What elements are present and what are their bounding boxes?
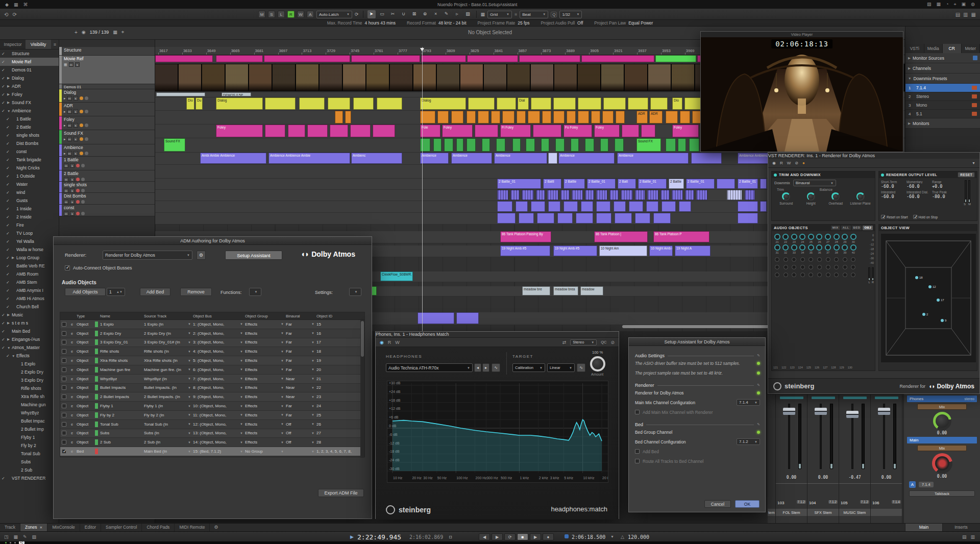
panel-icon[interactable]: ◳ [4, 534, 9, 539]
source-track-select[interactable]: Tonal Sub (In▼ [144, 422, 193, 427]
visibility-item[interactable]: 3 Explo Dry [0, 376, 59, 384]
object-dot[interactable] [826, 265, 830, 269]
audio-clip[interactable] [264, 55, 350, 62]
object-dot[interactable] [843, 265, 847, 269]
object-dot[interactable] [928, 285, 932, 288]
disclosure-icon[interactable]: ▶ [7, 76, 12, 80]
power-icon[interactable]: ◉ [772, 161, 776, 165]
object-bus-select[interactable]: 5: (Object, Mono,▼ [193, 358, 245, 363]
audio-clip[interactable] [685, 190, 694, 200]
visibility-item[interactable]: ✓▶s t e m s [0, 319, 59, 327]
audio-clip[interactable]: DEMOS 0.5P [222, 92, 251, 96]
audio-clip[interactable] [727, 190, 742, 200]
solo-button[interactable]: s [74, 151, 78, 156]
visibility-item[interactable]: 2 Explo Dry [0, 368, 59, 376]
object-group-select[interactable]: Effects▼ [245, 422, 286, 427]
audio-clip[interactable]: Ambienc [351, 153, 402, 164]
mixer-icon[interactable]: ▨ [32, 534, 37, 539]
audio-clip[interactable]: Sound FX [636, 138, 661, 152]
audio-clip[interactable]: Ambience [451, 153, 492, 164]
audio-clip[interactable] [512, 138, 521, 152]
disclosure-icon[interactable]: ▶ [7, 101, 12, 105]
visibility-item[interactable]: ✓Battle Verb RE [0, 262, 59, 270]
visibility-item[interactable]: WhyzByz [0, 409, 59, 417]
folder-icon[interactable]: ▸ [64, 123, 66, 128]
audio-clip[interactable]: Dial [518, 97, 529, 110]
audio-clip[interactable]: 2 Battle_01 [686, 179, 715, 189]
playhead[interactable] [422, 47, 423, 331]
clock-dropdown-icon[interactable]: ▼ [610, 535, 614, 538]
audio-clip[interactable] [433, 138, 442, 152]
monitor-icon[interactable] [85, 96, 88, 100]
bottom-tab-sampler-control[interactable]: Sampler Control [101, 524, 142, 531]
row-select-checkbox[interactable] [62, 340, 66, 344]
playhead-handle[interactable] [420, 48, 424, 52]
fader-cap[interactable] [815, 408, 827, 415]
monitor-icon[interactable] [85, 137, 88, 141]
audio-clip[interactable] [679, 201, 691, 212]
object-dot[interactable] [817, 265, 822, 269]
audio-clip[interactable] [537, 213, 554, 224]
audio-clip[interactable]: Dialog [216, 97, 263, 110]
visibility-item[interactable]: ✓▶ADR [0, 82, 59, 90]
disclosure-icon[interactable]: ▶ [908, 121, 911, 126]
audio-clip[interactable] [571, 138, 579, 152]
row-select-checkbox[interactable] [62, 349, 66, 354]
object-bus-select[interactable]: 15: (Bed, 7.1.2)▼ [193, 449, 245, 454]
assistant-item[interactable]: Route All Tracks to Bed Channel [635, 456, 760, 466]
record-icon[interactable]: ● [543, 533, 554, 540]
object-group-select[interactable]: Effects▼ [245, 394, 286, 399]
object-dot[interactable] [834, 265, 839, 269]
object-dot[interactable] [808, 265, 813, 269]
audio-clip[interactable] [456, 138, 463, 152]
read-icon[interactable]: R [388, 340, 391, 345]
row-select-checkbox[interactable] [62, 367, 66, 372]
audio-clip[interactable] [646, 201, 658, 212]
audio-clip[interactable] [496, 138, 505, 152]
object-group-select[interactable]: Effects▼ [245, 349, 286, 354]
monitor-icon[interactable] [81, 200, 85, 204]
clock-status-icon[interactable]: ◔ [946, 2, 948, 7]
object-dot[interactable] [843, 257, 847, 262]
object-dot[interactable] [808, 273, 813, 277]
objects-tab-all[interactable]: ALL [841, 226, 851, 230]
visibility-item[interactable]: ✓1 Outside [0, 172, 59, 180]
audio-clip[interactable]: Du [195, 97, 203, 110]
solo-button[interactable]: s [70, 163, 75, 168]
bottom-tab-chord-pads[interactable]: Chord Pads [142, 524, 175, 531]
bypass-icon[interactable]: ⊘ [795, 161, 798, 165]
disclosure-icon[interactable]: ▶ [908, 56, 911, 60]
metronome-icon[interactable]: △ [621, 534, 624, 539]
automation-settings-icon[interactable]: ⟳ [355, 12, 359, 17]
adm-authoring-dialog[interactable]: ADM Authoring for Dolby Atmos Renderer: … [53, 236, 372, 519]
zoom-tool[interactable]: ⊕ [421, 10, 429, 18]
audio-clip[interactable]: 2 Battle [564, 179, 585, 189]
primary-time-display[interactable]: 2:22:49.945 [357, 533, 401, 541]
table-scrollbar[interactable] [360, 320, 364, 458]
audio-clip[interactable] [265, 97, 296, 110]
object-dot[interactable] [775, 273, 779, 277]
audio-clip[interactable] [672, 190, 683, 200]
object-knob[interactable]: 30 [850, 234, 856, 243]
fader-cap[interactable] [846, 411, 859, 418]
video-clock-display[interactable]: 2:06:18.500 [572, 534, 605, 540]
disclosure-icon[interactable]: ▼ [12, 354, 16, 358]
row-select-checkbox[interactable] [62, 440, 66, 444]
audio-clip[interactable] [468, 97, 495, 110]
object-row[interactable]: eObject3 Explo Dry_013 Explo Dry_01# (In… [60, 338, 364, 348]
track-header[interactable]: single shotsms [59, 182, 155, 193]
audio-clip[interactable] [614, 201, 626, 212]
object-group-select[interactable]: Effects▼ [245, 404, 286, 408]
track-header[interactable]: Ambience▸ms [59, 144, 155, 157]
mixer-strip[interactable]: 0.001047.1.2SFX Stem [807, 394, 839, 523]
source-track-select[interactable]: Fly by 2 (In▼ [144, 413, 193, 417]
visibility-item[interactable]: ✓▶Music [0, 311, 59, 319]
object-dot[interactable] [775, 265, 779, 269]
visibility-item[interactable]: ✓AMB Anymix I [0, 286, 59, 294]
search-status-icon[interactable]: ⌖ [954, 2, 957, 7]
workspace-layout-icons[interactable]: ▤▥▦ [955, 9, 976, 20]
object-knob[interactable]: 22 [782, 234, 789, 243]
downmix-preset-item[interactable]: 45.1 [905, 110, 980, 118]
sidebar-menu-icon[interactable]: ≡ [51, 40, 59, 49]
audio-clip[interactable]: Fi Foley [500, 125, 531, 137]
